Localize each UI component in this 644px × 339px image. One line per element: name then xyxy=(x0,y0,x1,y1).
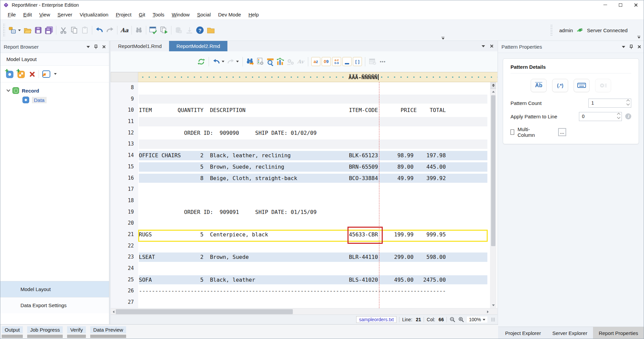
tab-data-preview[interactable]: Data Preview xyxy=(90,326,126,339)
line-text[interactable]: ORDER ID: 909091 SHIP DATE: 01/15/09 xyxy=(138,207,487,218)
import-icon[interactable] xyxy=(184,25,195,36)
nav-model-layout[interactable]: Model Layout xyxy=(0,281,109,297)
edit-font-icon[interactable]: Av xyxy=(296,57,306,67)
auto-create-fields-icon[interactable] xyxy=(255,57,265,67)
export-icon[interactable] xyxy=(42,70,50,78)
menu-help[interactable]: Help xyxy=(245,10,263,19)
refresh-icon[interactable] xyxy=(196,57,206,67)
cut-icon[interactable] xyxy=(58,25,69,36)
apply-pattern-to-line-input[interactable]: 0 xyxy=(579,112,622,121)
data-node-label[interactable]: Data xyxy=(32,97,47,103)
delete-icon[interactable] xyxy=(29,71,35,77)
toolbar-grip-right[interactable] xyxy=(550,24,552,36)
menu-edit[interactable]: Edit xyxy=(19,10,36,19)
pattern-ruler[interactable]: ÃÃÃ-ÑÑÑÑÑ xyxy=(111,72,497,82)
panel-close-icon[interactable] xyxy=(102,45,106,49)
spin-down-icon[interactable] xyxy=(617,115,621,119)
font-icon[interactable]: Aa xyxy=(119,25,130,36)
tab-close-icon[interactable] xyxy=(490,44,493,48)
tab-output[interactable]: Output xyxy=(2,326,23,339)
tab-server-explorer[interactable]: Server Explorer xyxy=(547,327,593,339)
tree-node-data[interactable]: Data xyxy=(0,95,109,105)
scroll-up-icon[interactable] xyxy=(490,89,496,95)
line-text[interactable]: ----------------------------------------… xyxy=(138,285,487,297)
settings-pattern-button[interactable] xyxy=(595,79,611,92)
panel-menu-icon[interactable] xyxy=(622,46,625,48)
panel-close-icon[interactable] xyxy=(637,45,641,49)
pin-icon[interactable] xyxy=(94,45,98,49)
menu-dev-mode[interactable]: Dev Mode xyxy=(214,10,245,19)
tab-job-progress[interactable]: Job Progress xyxy=(27,326,63,339)
line-text[interactable] xyxy=(138,138,487,150)
toolbar-overflow-right-icon[interactable] xyxy=(637,36,640,39)
close-button[interactable] xyxy=(628,0,644,9)
line-text[interactable] xyxy=(138,82,487,94)
vertical-scrollbar[interactable] xyxy=(490,82,496,308)
spin-down-icon[interactable] xyxy=(627,102,630,105)
tab-reportmodel1[interactable]: ReportModel1.Rmd xyxy=(111,41,169,51)
line-text[interactable]: 8 Beige, Cloth, straight-back BCO-33884 … xyxy=(138,173,487,184)
scroll-down-icon[interactable] xyxy=(490,302,496,308)
toolbar-grip[interactable] xyxy=(3,23,5,37)
line-text[interactable]: ORDER ID: 909090 SHIP DATE: 01/02/09 xyxy=(138,127,487,139)
document-content[interactable]: 8 9 10ITEM QUANTITY DESCRIPTION ITEM-COD… xyxy=(111,82,497,308)
open-folder-icon[interactable] xyxy=(22,25,33,36)
line-text[interactable] xyxy=(138,263,487,274)
recent-folder-icon[interactable] xyxy=(205,25,216,36)
zoom-in-icon[interactable] xyxy=(458,317,464,323)
more-options-icon[interactable]: ••• xyxy=(378,57,388,67)
tab-report-properties[interactable]: Report Properties xyxy=(593,327,644,339)
resize-grip-icon[interactable] xyxy=(491,318,495,321)
maximize-button[interactable] xyxy=(613,0,628,9)
line-text[interactable] xyxy=(138,184,487,195)
text-pattern-button[interactable]: Ab xyxy=(531,79,547,92)
run-preview-icon[interactable] xyxy=(159,25,169,36)
tree-node-record[interactable]: Record xyxy=(0,86,109,95)
new-model-dropdown-icon[interactable] xyxy=(18,30,21,31)
horizontal-scroll-thumb[interactable] xyxy=(116,309,293,314)
menu-window[interactable]: Window xyxy=(168,10,193,19)
regex-pattern-button[interactable]: (.*) xyxy=(552,79,568,92)
nav-data-export-settings[interactable]: Data Export Settings xyxy=(0,297,109,313)
tab-data-preview-label[interactable]: Data Preview xyxy=(90,326,126,333)
menu-git[interactable]: Git xyxy=(135,10,149,19)
add-record-icon[interactable] xyxy=(6,70,14,78)
panel-menu-icon[interactable] xyxy=(87,46,90,48)
save-all-icon[interactable] xyxy=(44,25,54,36)
add-fields-icon[interactable] xyxy=(17,70,25,78)
zoom-level-select[interactable]: 100% xyxy=(467,317,487,323)
line-text[interactable]: LSEAT 2 Brown, Suede BLR-44110 299.00 59… xyxy=(138,251,487,263)
doc-undo-dropdown-icon[interactable] xyxy=(222,61,224,62)
keyboard-pattern-button[interactable] xyxy=(574,79,590,92)
minimize-button[interactable] xyxy=(597,0,613,9)
new-model-icon[interactable] xyxy=(7,25,18,36)
menu-view[interactable]: View xyxy=(36,10,54,19)
doc-redo-icon[interactable] xyxy=(226,57,236,67)
chevron-down-icon[interactable] xyxy=(6,88,10,92)
record-node-label[interactable]: Record xyxy=(22,88,39,94)
line-text[interactable]: SOFA 5 Black, leather BLS-41020 495.00 2… xyxy=(138,274,487,286)
menu-project[interactable]: Project xyxy=(112,10,135,19)
tab-list-dropdown-icon[interactable] xyxy=(482,45,485,47)
brackets-pattern-icon[interactable]: [ ] xyxy=(353,57,362,66)
line-text[interactable]: ITEM QUANTITY DESCRIPTION ITEM-CODE PRIC… xyxy=(138,105,487,116)
multi-column-options-button[interactable]: ... xyxy=(558,128,566,136)
menu-social[interactable]: Social xyxy=(193,10,214,19)
multi-column-checkbox[interactable] xyxy=(511,129,514,135)
tab-output-label[interactable]: Output xyxy=(2,326,23,333)
tab-project-explorer[interactable]: Project Explorer xyxy=(499,327,547,339)
pattern-search-icon[interactable] xyxy=(265,57,275,67)
undo-icon[interactable] xyxy=(94,25,105,36)
zoom-out-icon[interactable] xyxy=(449,317,455,323)
menu-tools[interactable]: Tools xyxy=(149,10,168,19)
whitespace-pattern-icon[interactable] xyxy=(342,57,352,66)
paste-icon[interactable] xyxy=(79,25,90,36)
copy-icon[interactable] xyxy=(69,25,79,36)
line-text[interactable] xyxy=(138,218,487,229)
digits-pattern-icon[interactable]: 09 xyxy=(322,57,331,66)
doc-undo-icon[interactable] xyxy=(211,57,221,67)
statistics-chart-icon[interactable] xyxy=(275,57,285,67)
verify-window-icon[interactable] xyxy=(148,25,159,36)
pin-icon[interactable] xyxy=(629,45,633,49)
find-pattern-icon[interactable] xyxy=(245,57,255,67)
